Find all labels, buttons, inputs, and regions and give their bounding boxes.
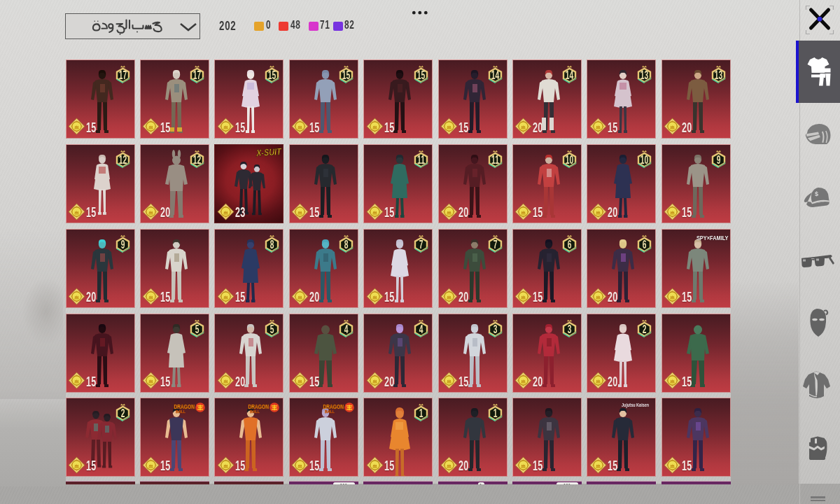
svg-text:BALL: BALL (176, 410, 186, 414)
svg-text:12: 12 (119, 153, 127, 166)
svg-text:14: 14 (491, 69, 500, 81)
svg-text:14: 14 (566, 69, 574, 81)
svg-text:4: 4 (344, 323, 349, 335)
svg-text:3: 3 (493, 323, 498, 335)
svg-text:9: 9 (121, 238, 125, 251)
svg-text:5: 5 (270, 323, 274, 335)
svg-text:6: 6 (642, 238, 646, 251)
svg-text:13: 13 (715, 69, 722, 81)
svg-text:$: $ (815, 190, 818, 197)
svg-text:10: 10 (566, 153, 573, 166)
svg-text:1: 1 (493, 407, 498, 419)
svg-text:17: 17 (119, 69, 127, 81)
svg-text:17: 17 (193, 69, 201, 81)
svg-text:11: 11 (491, 153, 499, 166)
svg-text:8: 8 (344, 238, 349, 251)
svg-text:10: 10 (640, 153, 648, 166)
svg-text:12: 12 (193, 153, 201, 166)
svg-text:2: 2 (121, 407, 125, 419)
svg-text:15: 15 (416, 69, 425, 81)
svg-text:15: 15 (342, 69, 351, 81)
svg-text:BALL: BALL (325, 410, 335, 414)
svg-text:1: 1 (419, 407, 423, 419)
svg-text:2: 2 (642, 323, 646, 335)
svg-text:13: 13 (640, 69, 648, 81)
svg-text:3: 3 (568, 323, 572, 335)
svg-text:7: 7 (493, 238, 498, 251)
svg-text:6: 6 (568, 238, 572, 251)
svg-text:BALL: BALL (250, 410, 260, 414)
svg-text:4: 4 (419, 323, 423, 335)
svg-text:7: 7 (419, 238, 423, 251)
svg-text:9: 9 (717, 153, 721, 166)
svg-text:11: 11 (417, 153, 425, 166)
svg-text:5: 5 (195, 323, 200, 335)
svg-text:15: 15 (268, 69, 276, 81)
svg-text:8: 8 (270, 238, 274, 251)
